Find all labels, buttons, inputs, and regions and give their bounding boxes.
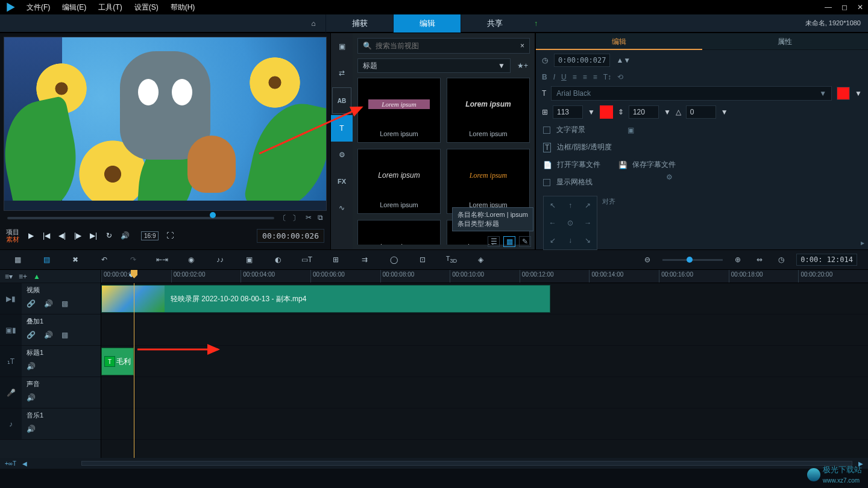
mute-icon[interactable]: 🔊	[27, 393, 36, 402]
lane-overlay[interactable]	[101, 314, 868, 346]
mute-icon[interactable]: 🔊	[44, 331, 53, 339]
clear-search-icon[interactable]: ×	[520, 42, 524, 50]
lib-tab-title[interactable]: T	[331, 115, 353, 142]
mute-icon[interactable]: 🔊	[44, 299, 53, 308]
lane-title[interactable]: T毛利	[101, 346, 868, 377]
bold-icon[interactable]: B	[542, 73, 547, 81]
title-clip[interactable]: T毛利	[101, 348, 134, 375]
lib-tab-path[interactable]: ∿	[331, 195, 353, 221]
speed-icon[interactable]: ⇉	[358, 255, 371, 264]
timeline-icon[interactable]: ▤	[40, 255, 53, 264]
rotate-text-icon[interactable]: ⟲	[617, 73, 623, 81]
open-subtitle-button[interactable]: 📄打开字幕文件	[543, 160, 600, 170]
zoom-in-icon[interactable]: ⊕	[731, 255, 744, 264]
volume-icon[interactable]: 🔊	[119, 230, 130, 241]
title-preset[interactable]: Lorem ipsumLorem ipsum	[447, 149, 530, 214]
fullscreen-icon[interactable]: ⛶	[165, 230, 175, 241]
lib-tab-media[interactable]: ▣	[331, 33, 353, 60]
lib-tab-transition[interactable]: ⇄	[331, 60, 353, 86]
fx-toggle-icon[interactable]: ▩	[61, 331, 68, 339]
loop-icon[interactable]: ↻	[104, 230, 115, 241]
split-icon[interactable]: ✂	[306, 213, 312, 224]
menu-file[interactable]: 文件(F)	[27, 2, 50, 13]
minimize-button[interactable]: —	[825, 3, 832, 11]
track-overlay-icon[interactable]: ▣▮	[0, 314, 22, 345]
preview-viewport[interactable]	[4, 37, 327, 211]
track-sound-icon[interactable]: 🎤	[0, 377, 22, 408]
menu-settings[interactable]: 设置(S)	[134, 2, 159, 13]
blend-icon[interactable]: ◐	[271, 255, 285, 264]
fx2-icon[interactable]: ◈	[474, 255, 487, 264]
lib-tab-settings[interactable]: ⚙	[331, 142, 353, 168]
auto-icon[interactable]: ▣	[242, 255, 256, 264]
italic-icon[interactable]: I	[553, 73, 555, 81]
font-select[interactable]: Arial Black▼	[551, 86, 832, 101]
lib-tab-fx[interactable]: FX	[331, 168, 353, 195]
step-fwd-icon[interactable]: |▶	[72, 230, 83, 241]
scroll-right-icon[interactable]: ▸	[861, 239, 864, 247]
font-size-input[interactable]: 113	[553, 105, 583, 119]
go-end-icon[interactable]: ▶|	[88, 230, 99, 241]
align-left-icon[interactable]: ≡	[573, 73, 577, 81]
tab-share[interactable]: 共享	[461, 14, 528, 33]
home-icon[interactable]: ⌂	[301, 19, 326, 28]
menu-help[interactable]: 帮助(H)	[171, 2, 195, 13]
rotation-input[interactable]: 0	[686, 105, 716, 119]
playhead[interactable]	[134, 283, 134, 458]
tab-edit[interactable]: 编辑	[393, 14, 461, 33]
props-tab-edit[interactable]: 编辑	[536, 33, 702, 50]
t3d-icon[interactable]: T3D	[445, 255, 458, 264]
lane-music[interactable]	[101, 408, 868, 440]
title-preset[interactable]: Lorem ipsumLorem ipsum	[357, 78, 441, 143]
track-video-icon[interactable]: ▶▮	[0, 283, 22, 314]
upload-icon[interactable]: ↑	[534, 19, 538, 28]
go-start-icon[interactable]: |◀	[41, 230, 52, 241]
time-ruler[interactable]: ◆ 00:00:00:0000:00:02:0000:00:04:00 00:0…	[101, 270, 868, 283]
text-bg-settings-icon[interactable]: ▣	[627, 126, 634, 134]
caption-icon[interactable]: ▭T	[300, 255, 313, 264]
menu-tools[interactable]: 工具(T)	[98, 2, 122, 13]
zoom-out-icon[interactable]: ⊖	[641, 255, 654, 264]
close-button[interactable]: ✕	[857, 3, 863, 11]
grid-settings-icon[interactable]: ⚙	[666, 173, 673, 181]
redo-icon[interactable]: ↷	[127, 255, 140, 264]
mute-icon[interactable]: 🔊	[27, 362, 36, 371]
view-list-icon[interactable]: ☰	[488, 236, 500, 247]
text-bg-checkbox[interactable]	[543, 127, 550, 134]
mark-in-icon[interactable]: 〔	[279, 213, 286, 224]
menu-edit[interactable]: 编辑(E)	[62, 2, 86, 13]
record-icon[interactable]: ◉	[184, 255, 198, 264]
fit-icon[interactable]: ⇤⇥	[156, 255, 169, 264]
leading-input[interactable]: 120	[629, 105, 659, 119]
source-toggle[interactable]: 项目 素材	[6, 228, 19, 243]
view-grid-icon[interactable]: ▦	[503, 236, 515, 247]
video-clip[interactable]: 轻映录屏 2022-10-20 08-00-13 - 副本.mp4	[101, 285, 550, 313]
snapshot-icon[interactable]: ⧉	[318, 213, 323, 224]
color-swatch[interactable]	[837, 87, 850, 100]
track-music-icon[interactable]: ♪	[0, 408, 22, 439]
add-track-button[interactable]: +∞T	[5, 460, 16, 467]
mark-out-icon[interactable]: 〕	[292, 213, 300, 224]
scroll-left-icon[interactable]: ◀	[22, 460, 27, 467]
play-button[interactable]: ▶	[25, 230, 36, 241]
title-preset[interactable]: Lorem ipsumLorem ipsum	[357, 220, 441, 245]
storyboard-icon[interactable]: ▦	[11, 255, 24, 264]
alignment-grid[interactable]: ↖↑↗ ←⊙→ ↙↓↘	[543, 196, 597, 250]
lib-tab-text[interactable]: AB	[332, 87, 351, 114]
link-icon[interactable]: 🔗	[27, 299, 36, 308]
undo-icon[interactable]: ↶	[98, 255, 111, 264]
grid-checkbox[interactable]	[543, 179, 550, 186]
aspect-ratio[interactable]: 16:9	[141, 231, 159, 240]
category-select[interactable]: 标题▼	[357, 58, 511, 73]
save-subtitle-button[interactable]: 💾保存字幕文件	[618, 160, 676, 170]
link-icon[interactable]: 🔗	[27, 331, 36, 339]
props-timecode[interactable]: 0:00:00:027	[554, 54, 610, 67]
align-center-icon[interactable]: ≡	[583, 73, 587, 81]
fit-all-icon[interactable]: ⇔	[753, 255, 766, 264]
fill-color[interactable]	[600, 105, 613, 119]
props-tab-attr[interactable]: 属性	[702, 33, 869, 50]
track-icon[interactable]: ⊡	[416, 255, 429, 264]
clock2-icon[interactable]: ◷	[775, 255, 788, 264]
track-options-icon[interactable]: ≡▾	[5, 272, 13, 281]
h-scrollbar[interactable]	[81, 461, 852, 466]
